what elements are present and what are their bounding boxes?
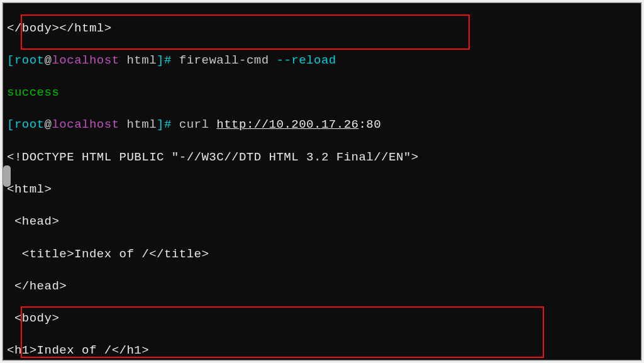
- command-arg: --reload: [277, 53, 336, 67]
- output-line: <head>: [7, 215, 59, 228]
- prompt-user: root: [14, 53, 45, 67]
- command-text: firewall-cmd: [179, 53, 277, 67]
- prompt-at: @: [45, 118, 52, 131]
- command-port: :80: [358, 118, 381, 131]
- prompt-user: root: [14, 118, 45, 131]
- terminal-output[interactable]: </body></html> [root@localhost html]# fi…: [3, 3, 641, 360]
- prompt-end: ]#: [157, 53, 179, 67]
- output-line: <h1>Index of /</h1>: [7, 343, 149, 357]
- prompt-path: html: [119, 118, 157, 131]
- output-line: <html>: [7, 182, 52, 196]
- output-success: success: [7, 86, 59, 99]
- output-line: <!DOCTYPE HTML PUBLIC "-//W3C//DTD HTML …: [7, 150, 419, 164]
- terminal-window: </body></html> [root@localhost html]# fi…: [3, 3, 641, 360]
- prompt-bracket: [: [7, 118, 14, 131]
- prompt-bracket: [: [7, 53, 14, 67]
- prompt-host: localhost: [52, 53, 119, 67]
- output-line: <body>: [7, 311, 59, 325]
- command-text: curl: [179, 118, 217, 131]
- prompt-at: @: [45, 53, 52, 67]
- prompt-path: html: [119, 53, 157, 67]
- command-url: http://10.200.17.26: [216, 118, 358, 131]
- prompt-host: localhost: [52, 118, 119, 131]
- output-line: </head>: [7, 279, 67, 293]
- prompt-end: ]#: [157, 118, 179, 131]
- scrollbar-thumb[interactable]: [3, 165, 11, 187]
- output-line: </body></html>: [7, 21, 112, 35]
- output-line: <title>Index of /</title>: [7, 247, 209, 261]
